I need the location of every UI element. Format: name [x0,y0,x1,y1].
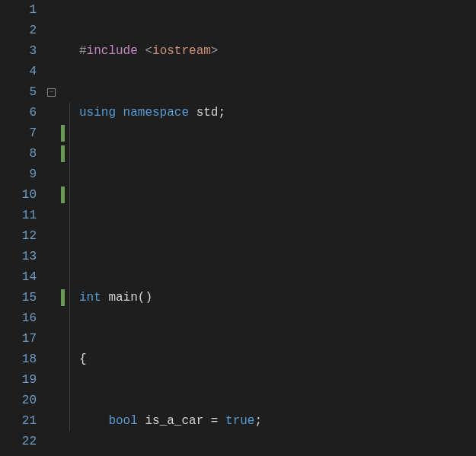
angle-open: < [145,44,152,58]
fn-main: main [108,291,137,305]
modified-line-marker [61,289,65,306]
angle-close: > [211,44,219,58]
fold-toggle-icon[interactable]: − [47,88,56,97]
line-number: 12 [0,226,37,247]
code-editor[interactable]: 1 2 3 4 5 6 7 8 9 10 11 12 13 14 15 16 1… [0,0,476,456]
line-number: 8 [0,144,37,164]
fold-column: − [46,0,61,456]
code-line: #include <iostream> [79,41,476,62]
preproc-hash: # [79,44,87,58]
code-area[interactable]: #include <iostream> using namespace std;… [79,0,476,456]
modified-line-marker [61,145,65,162]
line-number: 11 [0,206,37,226]
line-number: 9 [0,164,37,185]
kw-bool: bool [108,414,145,428]
line-number: 5 [0,82,37,103]
brace-open: { [79,352,87,366]
kw-true: true [225,414,254,428]
line-number: 10 [0,185,37,206]
code-line: bool is_a_car = true; [79,411,476,432]
modification-column [61,0,69,456]
line-number: 16 [0,308,37,329]
header-name: iostream [152,44,211,58]
indent-guide-column [69,0,79,456]
line-number: 13 [0,247,37,267]
code-line [79,164,476,185]
line-number: 4 [0,62,37,82]
var-name: is_a_car [145,414,210,428]
line-number: 15 [0,288,37,308]
line-number: 22 [0,432,37,452]
line-number: 7 [0,123,37,144]
code-line: { [79,349,476,370]
kw-using: using [79,106,123,120]
line-number: 20 [0,391,37,411]
line-number: 14 [0,267,37,288]
code-line [79,226,476,247]
modified-line-marker [61,125,65,142]
id-std: std [196,106,219,120]
line-number: 19 [0,370,37,391]
line-number: 6 [0,103,37,123]
semicolon: ; [218,106,225,120]
code-line: using namespace std; [79,103,476,123]
indent-guide [69,103,70,432]
line-number: 21 [0,411,37,432]
line-number: 17 [0,329,37,349]
modified-line-marker [61,187,65,203]
line-number: 3 [0,41,37,62]
kw-namespace: namespace [123,106,196,120]
code-line: int main() [79,288,476,308]
line-number: 2 [0,21,37,41]
line-number: 1 [0,0,37,21]
op-assign: = [211,414,225,428]
kw-int: int [79,291,108,305]
line-number-gutter: 1 2 3 4 5 6 7 8 9 10 11 12 13 14 15 16 1… [0,0,46,456]
preproc-include: include [87,44,145,58]
semicolon: ; [254,414,262,428]
line-number: 18 [0,349,37,370]
parens: () [138,291,152,305]
